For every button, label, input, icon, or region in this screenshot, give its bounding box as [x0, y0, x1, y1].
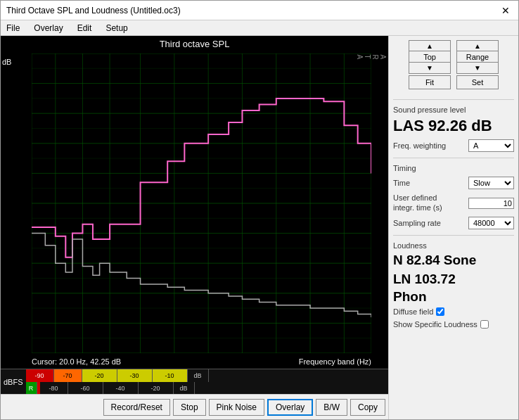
freq-weighting-row: Freq. weighting ABCZ	[393, 139, 514, 152]
time-row: Time SlowFast	[393, 177, 514, 189]
show-specific-checkbox[interactable]	[480, 320, 489, 329]
spl-section-label: Sound pressure level	[393, 106, 514, 114]
close-button[interactable]: ✕	[499, 4, 513, 18]
copy-button[interactable]: Copy	[350, 399, 385, 416]
dbfs-seg-neg90: -90	[26, 369, 54, 382]
user-defined-row: User definedintegr. time (s)	[393, 193, 514, 212]
ln-value: LN 103.72	[393, 272, 514, 288]
chart-title: Third octave SPL	[1, 36, 388, 51]
sampling-rate-select[interactable]: 4800044100	[468, 217, 514, 229]
dbfs-seg-db-bot: dB	[174, 382, 195, 395]
menu-overlay[interactable]: Overlay	[31, 23, 65, 34]
top-ctrl-pair: ▲ Top ▼ Fit	[409, 40, 451, 89]
divider-1	[393, 99, 514, 100]
freq-label: Frequency band (Hz)	[299, 357, 371, 367]
cursor-text: Cursor: 20.0 Hz, 42.25 dB	[32, 357, 121, 367]
dbfs-label: dBFS	[1, 378, 26, 386]
dbfs-seg-neg40: -40	[103, 382, 139, 395]
overlay-button[interactable]: Overlay	[267, 399, 313, 416]
loudness-label: Loudness	[393, 241, 514, 250]
main-content: Third octave SPL dB ARTA Cursor: 20.0 Hz…	[1, 36, 518, 419]
arta-label: ARTA	[356, 54, 387, 61]
range-arrows: ▲ Range ▼	[456, 40, 499, 74]
dbfs-seg-db-top: dB	[188, 369, 209, 382]
fit-button[interactable]: Fit	[409, 75, 451, 89]
bottom-buttons: Record/Reset Stop Pink Noise Overlay B/W…	[1, 394, 388, 419]
diffuse-field-checkbox[interactable]	[436, 307, 444, 316]
range-ctrl-pair: ▲ Range ▼ Set	[456, 40, 499, 89]
y-axis-label: dB	[2, 58, 11, 66]
dbfs-seg-neg80: -80	[40, 382, 68, 395]
right-panel: ▲ Top ▼ Fit ▲ Range ▼ Set Sound	[388, 36, 518, 419]
diffuse-field-row: Diffuse field	[393, 307, 514, 316]
pink-noise-button[interactable]: Pink Noise	[209, 399, 264, 416]
top-up-button[interactable]: ▲	[409, 40, 451, 51]
range-down-button[interactable]: ▼	[456, 63, 499, 74]
top-label: Top	[409, 51, 451, 63]
show-specific-row: Show Specific Loudness	[393, 320, 514, 329]
dbfs-seg-neg10: -10	[153, 369, 188, 382]
top-arrows: ▲ Top ▼	[409, 40, 451, 74]
time-label: Time	[393, 179, 410, 187]
n-value: N 82.84 Sone	[393, 253, 514, 269]
phon-value: Phon	[393, 290, 514, 303]
timing-label: Timing	[393, 164, 514, 172]
divider-2	[393, 158, 514, 158]
title-bar: Third Octave SPL and Loudness (Untitled.…	[1, 1, 518, 20]
dbfs-seg-r: R	[26, 382, 37, 395]
range-up-button[interactable]: ▲	[456, 40, 499, 51]
dbfs-seg-neg70: -70	[54, 369, 82, 382]
menu-edit[interactable]: Edit	[75, 23, 95, 34]
spl-value: LAS 92.26 dB	[393, 117, 514, 135]
range-label: Range	[456, 51, 499, 63]
chart-canvas	[32, 53, 371, 353]
user-defined-label: User definedintegr. time (s)	[393, 193, 442, 212]
dbfs-seg-neg20b: -20	[139, 382, 174, 395]
menu-setup[interactable]: Setup	[103, 23, 130, 34]
dbfs-row: dBFS -90 -70 -20 -30 -10 dB R -80 -60	[1, 369, 388, 394]
dbfs-bar: -90 -70 -20 -30 -10 dB R -80 -60 -40 -20	[26, 369, 388, 395]
user-defined-input[interactable]	[468, 198, 514, 209]
top-down-button[interactable]: ▼	[409, 63, 451, 74]
record-reset-button[interactable]: Record/Reset	[103, 399, 170, 416]
main-window: Third Octave SPL and Loudness (Untitled.…	[0, 0, 519, 420]
diffuse-field-label: Diffuse field	[393, 307, 433, 316]
top-controls: ▲ Top ▼ Fit ▲ Range ▼ Set	[393, 40, 514, 89]
menu-file[interactable]: File	[4, 23, 23, 34]
freq-weighting-label: Freq. weighting	[393, 141, 446, 150]
dbfs-seg-neg30: -30	[117, 369, 153, 382]
window-title: Third Octave SPL and Loudness (Untitled.…	[6, 6, 181, 15]
divider-3	[393, 235, 514, 236]
chart-area: Third octave SPL dB ARTA Cursor: 20.0 Hz…	[1, 36, 388, 419]
dbfs-seg-neg20: -20	[82, 369, 117, 382]
sampling-rate-label: Sampling rate	[393, 219, 441, 227]
show-specific-label: Show Specific Loudness	[393, 320, 478, 329]
dbfs-seg-neg60: -60	[68, 382, 103, 395]
bw-button[interactable]: B/W	[316, 399, 347, 416]
sampling-rate-row: Sampling rate 4800044100	[393, 217, 514, 229]
freq-weighting-select[interactable]: ABCZ	[468, 139, 514, 152]
time-select[interactable]: SlowFast	[468, 177, 514, 189]
menu-bar: File Overlay Edit Setup	[1, 20, 518, 36]
stop-button[interactable]: Stop	[173, 399, 206, 416]
set-button[interactable]: Set	[456, 75, 499, 89]
